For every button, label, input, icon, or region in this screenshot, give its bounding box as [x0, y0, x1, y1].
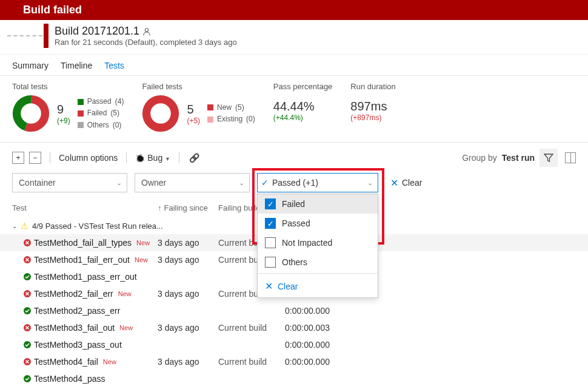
filter-button[interactable] — [540, 149, 558, 167]
timeline-strip — [0, 35, 44, 36]
square-icon — [78, 110, 84, 117]
expand-icon: ⌄ — [12, 223, 17, 229]
group-by-value[interactable]: Test run — [502, 153, 535, 163]
close-icon: ✕ — [265, 280, 273, 292]
fail-icon — [23, 290, 34, 298]
outcome-option-label: Passed — [282, 218, 310, 228]
test-name: TestMethod_fail_all_types — [34, 238, 132, 248]
failing-build: Current build — [218, 323, 285, 333]
columns-toggle-button[interactable] — [565, 152, 576, 163]
failing-since: 3 days ago — [158, 238, 218, 248]
donut-failed-icon — [142, 95, 179, 132]
pass-icon — [23, 374, 34, 383]
legend-new: New — [217, 102, 232, 113]
checkbox-checked-icon: ✓ — [265, 218, 276, 229]
chevron-down-icon: ⌄ — [239, 179, 244, 187]
legend-existing: Existing — [217, 113, 242, 125]
toolbar: + − Column options Bug ▼ Group by Test r… — [0, 143, 588, 173]
outcome-option-others[interactable]: Others — [258, 252, 378, 272]
tab-timeline[interactable]: Timeline — [61, 61, 92, 70]
legend-passed: Passed — [87, 96, 112, 107]
stat-failed: Failed tests 5 (+5) New (5) Existing (0) — [142, 82, 255, 132]
build-title: Build 20171201.1 — [55, 25, 237, 38]
legend-others: Others — [87, 120, 109, 131]
pass-icon — [23, 340, 34, 349]
stat-failed-value: 5 — [187, 103, 200, 117]
owner-dropdown[interactable]: Owner ⌄ — [135, 173, 250, 192]
legend-existing-count: (0) — [246, 113, 255, 125]
table-row[interactable]: TestMethod2_pass_err0:00:00.000 — [0, 302, 588, 319]
fail-icon — [23, 256, 34, 264]
build-title-text: Build 20171201.1 — [55, 25, 139, 37]
outcome-clear-button[interactable]: ✕ Clear — [258, 275, 378, 297]
check-icon: ✓ — [261, 178, 269, 188]
pass-icon — [23, 306, 34, 315]
stat-total-delta: (+9) — [57, 117, 70, 125]
col-test[interactable]: Test — [12, 203, 158, 212]
test-name: TestMethod3_pass_out — [34, 340, 122, 350]
owner-label: Owner — [141, 178, 166, 188]
outcome-option-passed[interactable]: ✓ Passed — [258, 214, 378, 233]
chevron-down-icon: ⌄ — [116, 179, 122, 187]
sort-asc-icon: ↑ — [158, 203, 162, 212]
fail-icon — [23, 323, 34, 332]
fail-icon — [23, 357, 34, 366]
stat-failed-legend: New (5) Existing (0) — [207, 102, 255, 125]
square-icon — [207, 104, 213, 110]
bug-icon — [135, 153, 147, 163]
failing-since: 3 days ago — [158, 323, 218, 333]
collapse-button[interactable]: − — [29, 152, 41, 164]
col-since[interactable]: ↑Failing since — [158, 203, 218, 212]
expand-button[interactable]: + — [12, 152, 24, 164]
table-row[interactable]: TestMethod4_pass — [0, 370, 588, 386]
outcome-option-failed[interactable]: ✓ Failed — [258, 194, 378, 214]
test-name: TestMethod1_fail_err_out — [34, 255, 130, 265]
link-button[interactable] — [188, 152, 200, 164]
clear-filters-label: Clear — [402, 178, 422, 188]
status-banner: Build failed — [0, 0, 588, 20]
stat-duration-delta: (+897ms) — [350, 113, 395, 122]
table-row[interactable]: TestMethod3_fail_outNew3 days agoCurrent… — [0, 319, 588, 336]
new-badge: New — [136, 239, 150, 246]
stat-total-value: 9 — [57, 103, 70, 117]
stat-failed-delta: (+5) — [187, 117, 200, 125]
failing-since: 3 days ago — [158, 255, 218, 265]
column-options-button[interactable]: Column options — [59, 153, 118, 163]
tab-summary[interactable]: Summary — [12, 61, 48, 70]
filter-row: Container ⌄ Owner ⌄ ✓ Passed (+1) ⌄ ✓ Fa… — [0, 173, 588, 198]
svg-point-3 — [147, 100, 175, 128]
stat-total: Total tests 9 (+9) Passed (4) Failed (5)… — [12, 82, 124, 132]
new-badge: New — [118, 290, 132, 297]
tab-tests[interactable]: Tests — [104, 61, 124, 70]
duration: 0:00:00.003 — [285, 323, 358, 333]
new-badge: New — [119, 324, 133, 331]
container-dropdown[interactable]: Container ⌄ — [12, 173, 127, 192]
clear-filters-button[interactable]: ✕ Clear — [390, 177, 422, 189]
legend-new-count: (5) — [235, 102, 244, 113]
fail-icon — [23, 239, 34, 247]
stat-pass-value: 44.44% — [273, 100, 333, 113]
square-icon — [78, 99, 84, 105]
outcome-dropdown[interactable]: ✓ Passed (+1) ⌄ — [257, 173, 378, 192]
svg-point-0 — [145, 29, 149, 32]
new-badge: New — [135, 256, 148, 263]
bug-dropdown[interactable]: Bug ▼ — [135, 153, 170, 163]
test-name: TestMethod3_fail_out — [34, 323, 115, 333]
legend-passed-count: (4) — [115, 96, 124, 107]
outcome-label: Passed (+1) — [272, 178, 367, 188]
pass-icon — [23, 273, 34, 281]
table-row[interactable]: TestMethod3_pass_out0:00:00.000 — [0, 336, 588, 353]
failing-build: Current build — [218, 357, 285, 367]
outcome-clear-label: Clear — [278, 282, 298, 291]
checkbox-icon — [265, 237, 276, 248]
test-name: TestMethod4_fail — [34, 357, 98, 367]
table-row[interactable]: TestMethod4_failNew3 days agoCurrent bui… — [0, 353, 588, 370]
test-name: TestMethod2_pass_err — [34, 306, 120, 316]
outcome-option-label: Others — [282, 257, 307, 267]
outcome-option-not-impacted[interactable]: Not Impacted — [258, 233, 378, 252]
square-icon — [78, 122, 84, 128]
group-by-label: Group by — [462, 153, 497, 163]
stat-total-label: Total tests — [12, 82, 124, 91]
checkbox-checked-icon: ✓ — [265, 198, 276, 209]
outcome-menu: ✓ Failed ✓ Passed Not Impacted Others ✕ … — [257, 194, 378, 298]
